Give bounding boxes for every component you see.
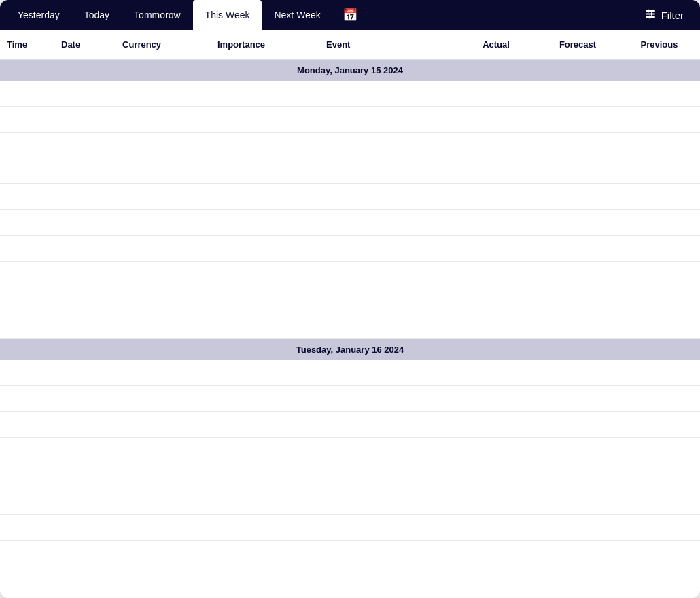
col-header-event: Event — [319, 39, 455, 50]
tab-yesterday[interactable]: Yesterday — [5, 0, 72, 30]
table-row[interactable] — [0, 184, 700, 210]
table-row[interactable] — [0, 262, 700, 287]
table-row[interactable] — [0, 287, 700, 313]
col-header-date: Date — [54, 39, 116, 50]
table-row[interactable] — [0, 438, 700, 463]
tab-tomorrow[interactable]: Tommorow — [122, 0, 192, 30]
tab-next-week[interactable]: Next Week — [262, 0, 332, 30]
day-header-tuesday: Tuesday, January 16 2024 — [0, 339, 700, 360]
table-row[interactable] — [0, 133, 700, 158]
filter-icon — [645, 8, 656, 22]
table-row[interactable] — [0, 81, 700, 107]
table-row[interactable] — [0, 360, 700, 386]
top-nav: Yesterday Today Tommorow This Week Next … — [0, 0, 700, 30]
app-container: Yesterday Today Tommorow This Week Next … — [0, 0, 700, 598]
table-row[interactable] — [0, 236, 700, 262]
table-row[interactable] — [0, 386, 700, 412]
svg-rect-3 — [648, 10, 649, 13]
col-header-currency: Currency — [116, 39, 211, 50]
svg-rect-5 — [649, 16, 650, 19]
table-row[interactable] — [0, 412, 700, 438]
svg-rect-0 — [646, 10, 655, 12]
filter-button[interactable]: Filter — [634, 0, 695, 30]
table-row[interactable] — [0, 210, 700, 236]
table-row[interactable] — [0, 158, 700, 184]
svg-rect-1 — [646, 14, 655, 15]
nav-tabs: Yesterday Today Tommorow This Week Next … — [5, 0, 367, 30]
table-row[interactable] — [0, 489, 700, 515]
filter-label: Filter — [661, 10, 684, 21]
tab-this-week[interactable]: This Week — [193, 0, 262, 30]
table-row[interactable] — [0, 313, 700, 339]
table-row[interactable] — [0, 107, 700, 133]
col-header-time: Time — [0, 39, 54, 50]
column-headers: Time Date Currency Importance Event Actu… — [0, 30, 700, 60]
table-row[interactable] — [0, 463, 700, 489]
col-header-importance: Importance — [211, 39, 319, 50]
col-header-previous: Previous — [618, 39, 700, 50]
table-content: Monday, January 15 2024 — [0, 60, 700, 598]
tab-calendar[interactable]: 📅 — [333, 0, 367, 30]
col-header-forecast: Forecast — [537, 39, 618, 50]
table-row[interactable] — [0, 515, 700, 541]
svg-rect-4 — [651, 12, 652, 16]
calendar-icon: 📅 — [343, 7, 357, 22]
day-header-monday: Monday, January 15 2024 — [0, 60, 700, 81]
tab-today[interactable]: Today — [72, 0, 122, 30]
col-header-actual: Actual — [455, 39, 537, 50]
